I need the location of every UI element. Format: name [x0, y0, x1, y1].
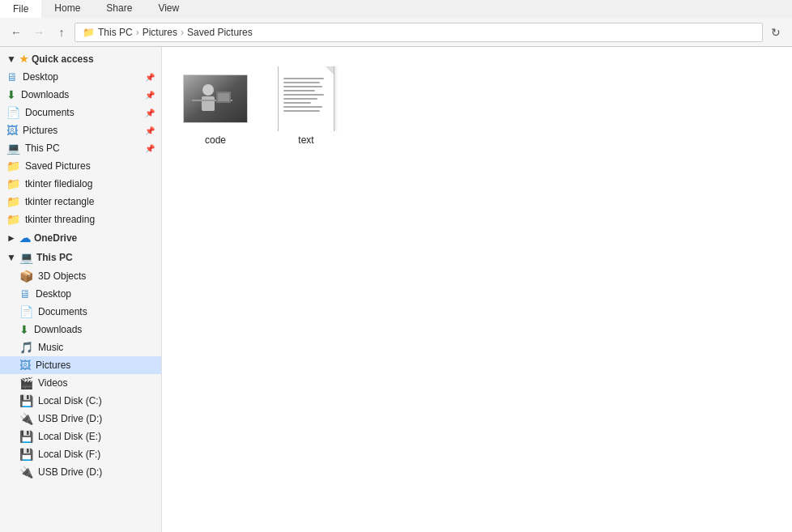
star-icon: ★	[19, 53, 28, 65]
svg-rect-1	[184, 75, 248, 123]
folder-saved-icon: 📁	[6, 160, 20, 172]
text-line	[283, 110, 320, 112]
chevron-thispc-icon: ▼	[6, 252, 16, 263]
sidebar-item-documents[interactable]: 📄 Documents 📌	[0, 104, 161, 121]
sidebar-item-tkinter-threading[interactable]: 📁 tkinter threading	[0, 211, 161, 228]
sidebar-item-savedpictures[interactable]: 📁 Saved Pictures	[0, 157, 161, 175]
sidebar-item-desktop2[interactable]: 🖥 Desktop	[0, 285, 161, 303]
refresh-button[interactable]: ↻	[766, 23, 786, 42]
folder-tkinter3-icon: 📁	[6, 213, 20, 226]
back-button[interactable]: ←	[6, 23, 26, 42]
pictures2-icon: 🖼	[19, 359, 31, 372]
disk-f-icon: 💾	[19, 448, 33, 461]
pin-icon-5: 📌	[145, 144, 155, 153]
onedrive-icon: ☁	[19, 232, 31, 245]
svg-rect-6	[218, 93, 229, 101]
folder-tkinter2-icon: 📁	[6, 195, 20, 208]
sidebar: ▼ ★ Quick access 🖥 Desktop 📌 ⬇ Downloads…	[0, 47, 162, 532]
file-item-text[interactable]: text	[266, 60, 347, 152]
sidebar-item-desktop[interactable]: 🖥 Desktop 📌	[0, 68, 161, 86]
svg-rect-3	[202, 96, 215, 111]
sidebar-item-pictures2[interactable]: 🖼 Pictures	[0, 356, 161, 374]
path-thispc[interactable]: This PC	[98, 27, 133, 38]
text-filename: text	[298, 134, 313, 146]
documents-icon: 📄	[6, 106, 20, 119]
folder-tkinter1-icon: 📁	[6, 177, 20, 190]
sidebar-item-tkinter-rectangle[interactable]: 📁 tkinter rectangle	[0, 193, 161, 211]
usb-d2-icon: 🔌	[19, 466, 33, 479]
text-line	[283, 94, 324, 96]
pictures-icon: 🖼	[6, 124, 18, 137]
sidebar-item-localc[interactable]: 💾 Local Disk (C:)	[0, 392, 161, 410]
disk-c-icon: 💾	[19, 394, 33, 407]
sidebar-item-thispc-quick[interactable]: 💻 This PC 📌	[0, 139, 161, 157]
pin-icon-4: 📌	[145, 126, 155, 135]
onedrive-header[interactable]: ► ☁ OneDrive	[0, 228, 161, 248]
disk-e-icon: 💾	[19, 430, 33, 443]
addressbar: ← → ↑ 📁 This PC › Pictures › Saved Pictu…	[0, 18, 792, 47]
thispc-icon: 💻	[19, 251, 33, 264]
text-line	[283, 106, 322, 108]
code-svg	[184, 75, 248, 123]
quickaccess-header[interactable]: ▼ ★ Quick access	[0, 50, 161, 68]
text-line	[283, 78, 324, 79]
videos-icon: 🎬	[19, 377, 33, 389]
sidebar-item-documents2[interactable]: 📄 Documents	[0, 303, 161, 321]
chevron-onedrive-icon: ►	[6, 232, 16, 244]
code-filename: code	[205, 134, 226, 146]
documents2-icon: 📄	[19, 305, 33, 318]
downloads-icon: ⬇	[6, 88, 16, 101]
sidebar-item-3dobjects[interactable]: 📦 3D Objects	[0, 267, 161, 285]
up-button[interactable]: ↑	[52, 23, 71, 42]
sidebar-item-music[interactable]: 🎵 Music	[0, 338, 161, 356]
address-path[interactable]: 📁 This PC › Pictures › Saved Pictures	[75, 23, 763, 42]
sidebar-item-pictures[interactable]: 🖼 Pictures 📌	[0, 121, 161, 139]
downloads2-icon: ⬇	[19, 323, 29, 336]
text-thumb-image	[278, 66, 334, 131]
sidebar-item-usbd[interactable]: 🔌 USB Drive (D:)	[0, 410, 161, 428]
sidebar-item-usbd2[interactable]: 🔌 USB Drive (D:)	[0, 463, 161, 481]
sidebar-item-videos[interactable]: 🎬 Videos	[0, 374, 161, 392]
desktop2-icon: 🖥	[19, 287, 31, 300]
text-line	[283, 90, 315, 92]
text-lines	[279, 66, 334, 117]
file-item-code[interactable]: code	[175, 60, 256, 152]
sidebar-item-tkinter-filedialog[interactable]: 📁 tkinter filedialog	[0, 175, 161, 193]
music-icon: 🎵	[19, 341, 33, 354]
3dobjects-icon: 📦	[19, 270, 33, 283]
filepane: code	[162, 47, 792, 532]
folder-icon: 📁	[82, 26, 95, 39]
text-thumbnail	[274, 66, 339, 131]
thispc-header[interactable]: ▼ 💻 This PC	[0, 248, 161, 267]
text-line	[283, 86, 322, 87]
main-area: ▼ ★ Quick access 🖥 Desktop 📌 ⬇ Downloads…	[0, 47, 792, 532]
sidebar-item-localf[interactable]: 💾 Local Disk (F:)	[0, 445, 161, 463]
pin-icon: 📌	[145, 73, 155, 82]
sidebar-item-downloads2[interactable]: ⬇ Downloads	[0, 321, 161, 338]
svg-point-2	[202, 84, 214, 96]
desktop-icon: 🖥	[6, 70, 18, 83]
thispc-quick-icon: 💻	[6, 142, 20, 155]
text-line	[283, 102, 311, 104]
code-thumb-image	[183, 74, 248, 123]
pin-icon-2: 📌	[145, 91, 155, 100]
text-line	[283, 98, 317, 100]
sidebar-item-locale[interactable]: 💾 Local Disk (E:)	[0, 428, 161, 445]
forward-button[interactable]: →	[29, 23, 49, 42]
code-thumbnail	[183, 66, 248, 131]
usb-d-icon: 🔌	[19, 412, 33, 425]
path-pictures[interactable]: Pictures	[143, 27, 177, 38]
pin-icon-3: 📌	[145, 109, 155, 117]
titlebar: File Home Share View	[0, 0, 792, 18]
sidebar-item-downloads[interactable]: ⬇ Downloads 📌	[0, 86, 161, 104]
path-savedpictures[interactable]: Saved Pictures	[187, 27, 253, 38]
text-line	[283, 82, 320, 83]
chevron-icon: ▼	[6, 53, 16, 65]
